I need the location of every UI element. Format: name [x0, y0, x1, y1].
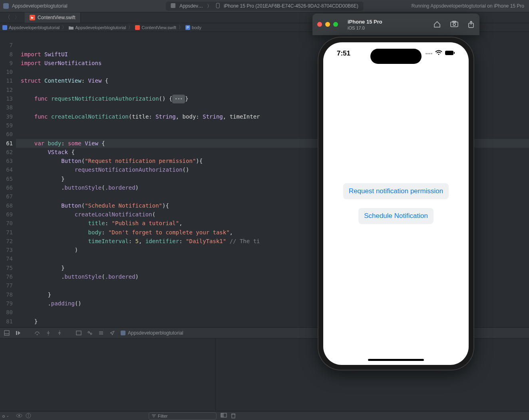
app-icon-small — [171, 3, 175, 9]
nav-back-button[interactable]: 〈 — [3, 14, 12, 21]
memory-graph-icon[interactable] — [87, 331, 93, 335]
filter-placeholder: Filter — [158, 414, 167, 418]
iphone-frame: 7:51 •••• Request notification permissio… — [318, 37, 474, 370]
chevron-right-icon: 〉 — [128, 24, 135, 30]
os-version: iOS 17.0 — [348, 26, 382, 30]
minimize-button[interactable] — [325, 22, 330, 27]
svg-point-12 — [37, 334, 38, 335]
app-content: Request notification permission Schedule… — [323, 42, 469, 365]
env-overrides-icon[interactable] — [98, 331, 104, 335]
debug-target[interactable]: Appsdeveloperblogtutorial — [121, 330, 183, 336]
crumb-symbol: Pbody — [185, 25, 204, 30]
crumb-file: ContentView.swift — [135, 25, 179, 30]
line-gutter: 7891011121338395960616263646566676869707… — [0, 32, 16, 327]
filter-icon — [151, 414, 156, 418]
console-panel-icon[interactable] — [221, 413, 227, 419]
auto-scope[interactable]: o ⌄ — [0, 414, 9, 418]
simulator-actions — [433, 20, 475, 28]
chevron-right-icon: 〉 — [62, 24, 69, 30]
close-button[interactable] — [317, 22, 322, 27]
debug-view-icon[interactable] — [76, 331, 82, 335]
xcode-toolbar: Appsdeveloperblogtutorial Appsdev… 〉 iPh… — [0, 0, 529, 12]
svg-marker-24 — [110, 331, 114, 335]
svg-rect-10 — [16, 331, 17, 335]
chevron-right-icon: 〉 — [179, 24, 185, 30]
svg-point-16 — [59, 331, 60, 331]
step-over-icon[interactable] — [34, 331, 40, 335]
run-target-device: iPhone 15 Pro (201EAF6B-E74C-4526-9DA2-8… — [224, 3, 358, 9]
chevron-down-icon: ⌄ — [6, 414, 9, 418]
variables-view[interactable] — [0, 339, 216, 411]
device-icon — [216, 3, 220, 10]
svg-rect-1 — [171, 3, 175, 8]
tab-filename: ContentView.swift — [38, 15, 76, 20]
simulator-window: iPhone 15 Pro iOS 17.0 — [312, 14, 479, 35]
tab-contentview[interactable]: ContentView.swift — [25, 12, 81, 23]
swift-file-icon — [30, 15, 35, 20]
crumb-folder: Appsdeveloperblogtutorial — [69, 25, 128, 30]
simulator-title: iPhone 15 Pro iOS 17.0 — [348, 19, 382, 30]
run-destination[interactable]: Appsdev… 〉 iPhone 15 Pro (201EAF6B-E74C-… — [166, 2, 363, 11]
hide-debug-icon[interactable] — [4, 330, 10, 336]
screenshot-icon[interactable] — [450, 20, 459, 28]
run-target-app: Appsdev… — [179, 3, 203, 9]
crumb-project: Appsdeveloperblogtutorial — [2, 25, 62, 30]
continue-icon[interactable] — [15, 331, 21, 335]
variables-filter[interactable]: Filter — [149, 412, 217, 420]
svg-text:P: P — [187, 26, 189, 30]
eye-icon[interactable] — [16, 413, 22, 419]
home-indicator[interactable] — [368, 359, 424, 361]
info-icon[interactable] — [26, 413, 31, 419]
svg-rect-8 — [4, 331, 9, 335]
svg-point-39 — [453, 23, 455, 26]
svg-line-20 — [89, 333, 91, 333]
svg-marker-11 — [18, 331, 20, 335]
svg-rect-5 — [135, 25, 140, 30]
svg-rect-38 — [451, 22, 458, 27]
svg-rect-36 — [232, 414, 235, 418]
step-out-icon[interactable] — [57, 331, 62, 335]
chevron-right-icon: 〉 — [207, 3, 212, 10]
svg-rect-35 — [221, 413, 224, 417]
maximize-button[interactable] — [333, 22, 338, 27]
iphone-screen[interactable]: 7:51 •••• Request notification permissio… — [323, 42, 469, 365]
nav-forward-button[interactable]: 〉 — [13, 14, 22, 21]
svg-rect-4 — [2, 25, 7, 30]
app-icon — [3, 3, 9, 9]
schedule-notification-button[interactable]: Schedule Notification — [358, 208, 434, 224]
trash-icon[interactable] — [231, 413, 236, 419]
footer-bar: o ⌄ Filter — [0, 411, 529, 420]
scheme-selector[interactable]: Appsdeveloperblogtutorial — [0, 0, 71, 12]
share-icon[interactable] — [467, 20, 475, 28]
location-icon[interactable] — [109, 331, 115, 335]
home-icon[interactable] — [433, 20, 441, 28]
device-name: iPhone 15 Pro — [348, 19, 382, 25]
request-permission-button[interactable]: Request notification permission — [343, 183, 449, 199]
svg-rect-17 — [76, 331, 81, 335]
svg-rect-2 — [216, 3, 219, 8]
svg-rect-25 — [121, 331, 125, 335]
scheme-name: Appsdeveloperblogtutorial — [12, 3, 68, 9]
svg-point-30 — [28, 414, 29, 415]
svg-point-14 — [48, 335, 49, 335]
history-nav: 〈 〉 — [0, 12, 25, 23]
step-into-icon[interactable] — [46, 331, 51, 335]
build-status: Running Appsdeveloperblogtutorial on iPh… — [412, 3, 524, 9]
svg-point-27 — [18, 415, 20, 416]
svg-rect-0 — [3, 3, 9, 9]
window-controls — [317, 22, 338, 27]
